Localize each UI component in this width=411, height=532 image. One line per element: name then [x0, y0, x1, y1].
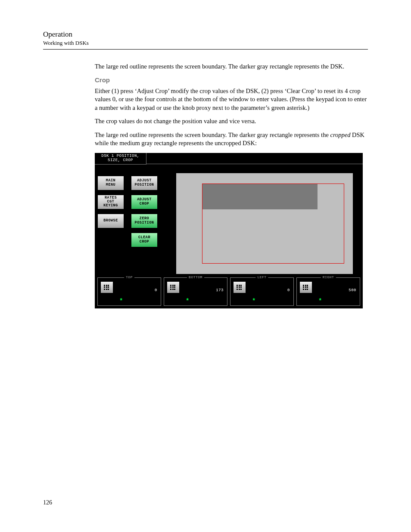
- page-header: Operation Working with DSKs: [43, 30, 368, 47]
- button-label: ADJUST CROP: [137, 198, 152, 206]
- button-label: ZERO POSITION: [135, 217, 154, 225]
- paragraph: The large red outline represents the scr…: [95, 62, 368, 71]
- keypad-button[interactable]: [167, 281, 180, 293]
- keypad-icon: [170, 285, 176, 290]
- keypad-button[interactable]: [299, 281, 312, 293]
- control-value: 173: [216, 288, 224, 292]
- crop-top-control: TOP 0 *: [97, 277, 161, 306]
- text: The large red outline represents the scr…: [95, 131, 330, 138]
- zero-position-button[interactable]: ZERO POSITION: [131, 214, 158, 228]
- keypad-icon: [303, 285, 309, 290]
- control-value: 0: [155, 288, 157, 292]
- dsk-panel: DSK 1 POSITION, SIZE, CROP MAIN MENU RAT…: [95, 153, 363, 308]
- keypad-icon: [237, 285, 243, 290]
- clear-crop-button[interactable]: CLEAR CROP: [131, 233, 158, 247]
- header-rule: [43, 49, 368, 50]
- control-label: BOTTOM: [187, 275, 204, 279]
- page-number: 126: [43, 499, 52, 506]
- button-label: ADJUST POSITION: [135, 179, 154, 187]
- crop-bottom-control: BOTTOM 173 *: [164, 277, 227, 306]
- crop-right-control: RIGHT 500 *: [296, 277, 360, 306]
- control-label: TOP: [124, 275, 134, 279]
- knob-proxy-asterisk[interactable]: *: [119, 298, 123, 305]
- control-label: LEFT: [255, 275, 268, 279]
- panel-tab: DSK 1 POSITION, SIZE, CROP: [95, 153, 146, 165]
- screen-boundary-outline: [202, 184, 344, 264]
- knob-proxy-asterisk[interactable]: *: [318, 298, 322, 305]
- rates-cgt-keying-button[interactable]: RATES CGT KEYING: [97, 195, 124, 209]
- text-italic: cropped: [330, 131, 350, 138]
- browse-button[interactable]: BROWSE: [97, 214, 124, 228]
- adjust-crop-button[interactable]: ADJUST CROP: [131, 195, 158, 209]
- button-label: BROWSE: [103, 219, 118, 223]
- paragraph: The large red outline represents the scr…: [95, 131, 368, 148]
- header-subtitle: Working with DSKs: [43, 40, 368, 47]
- header-title: Operation: [43, 30, 368, 39]
- paragraph: The crop values do not change the positi…: [95, 117, 368, 126]
- button-label: CLEAR CROP: [138, 236, 150, 244]
- preview-canvas: [176, 173, 353, 274]
- tab-line: SIZE, CROP: [97, 159, 144, 163]
- keypad-button[interactable]: [100, 281, 113, 293]
- button-label: RATES CGT KEYING: [103, 196, 118, 208]
- tab-bar-spacer: [146, 153, 363, 164]
- crop-heading: Crop: [95, 76, 368, 84]
- control-value: 500: [349, 288, 356, 292]
- keypad-icon: [104, 285, 110, 290]
- keypad-button[interactable]: [233, 281, 246, 293]
- paragraph: Either (1) press ‘Adjust Crop’ modify th…: [95, 87, 368, 112]
- main-menu-button[interactable]: MAIN MENU: [97, 176, 124, 190]
- control-label: RIGHT: [321, 275, 336, 279]
- knob-proxy-asterisk[interactable]: *: [252, 298, 256, 305]
- knob-proxy-asterisk[interactable]: *: [186, 298, 190, 305]
- button-label: MAIN MENU: [106, 179, 115, 187]
- adjust-position-button[interactable]: ADJUST POSITION: [131, 176, 158, 190]
- control-value: 0: [287, 288, 290, 292]
- crop-left-control: LEFT 0 *: [230, 277, 294, 306]
